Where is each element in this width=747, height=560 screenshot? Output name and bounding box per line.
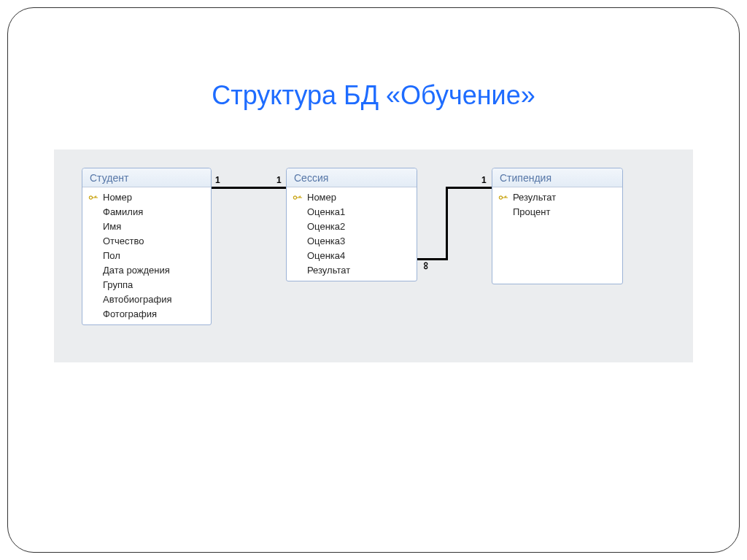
field-name: Оценка2 (307, 220, 345, 233)
field-name: Результат (513, 191, 556, 204)
key-slot-empty (293, 236, 303, 246)
key-icon (88, 192, 100, 204)
field-row[interactable]: Пол (82, 249, 211, 263)
table-student[interactable]: Студент НомерФамилияИмяОтчествоПолДата р… (82, 168, 212, 325)
key-slot-empty (88, 295, 98, 305)
relation-session-scholarship-seg2 (446, 187, 448, 260)
field-row[interactable]: Оценка1 (287, 205, 417, 219)
key-slot-empty (293, 207, 303, 217)
relation-session-scholarship-seg1 (417, 258, 448, 260)
field-name: Оценка4 (307, 249, 345, 262)
field-name: Отчество (103, 235, 144, 248)
key-slot-empty (88, 280, 98, 290)
table-fields: РезультатПроцент (492, 187, 622, 281)
table-header: Студент (82, 168, 211, 187)
field-row[interactable]: Номер (287, 190, 417, 205)
table-session[interactable]: Сессия НомерОценка1Оценка2Оценка3Оценка4… (286, 168, 417, 281)
field-name: Номер (307, 191, 336, 204)
field-name: Оценка3 (307, 235, 345, 248)
primary-key-icon (293, 192, 303, 203)
field-name: Результат (307, 264, 350, 277)
field-name: Имя (103, 220, 121, 233)
field-row[interactable]: Процент (492, 205, 622, 219)
field-name: Оценка1 (307, 206, 345, 219)
field-row[interactable]: Результат (287, 263, 417, 278)
field-name: Группа (103, 279, 133, 292)
primary-key-icon (88, 192, 98, 203)
field-row[interactable]: Оценка3 (287, 234, 417, 249)
field-row[interactable]: Оценка4 (287, 249, 417, 263)
field-name: Фамилия (103, 206, 143, 219)
table-header: Стипендия (492, 168, 622, 187)
field-name: Фотография (103, 308, 157, 321)
key-slot-empty (88, 236, 98, 246)
key-icon (498, 192, 510, 204)
field-row[interactable]: Группа (82, 278, 211, 292)
field-name: Пол (103, 249, 120, 262)
relation-label-left: 1 (215, 175, 220, 185)
table-fields: НомерОценка1Оценка2Оценка3Оценка4Результ… (287, 187, 417, 281)
key-icon (292, 192, 304, 204)
key-slot-empty (293, 222, 303, 232)
field-row[interactable]: Отчество (82, 234, 211, 249)
table-header: Сессия (287, 168, 417, 187)
field-row[interactable]: Результат (492, 190, 622, 205)
key-slot-empty (88, 207, 98, 217)
diagram-canvas: 1 1 ∞ 1 Студент НомерФамилияИмяОтчествоП… (54, 149, 693, 362)
field-row[interactable]: Имя (82, 219, 211, 234)
key-slot-empty (88, 222, 98, 232)
field-row[interactable]: Оценка2 (287, 219, 417, 234)
field-row[interactable]: Фотография (82, 307, 211, 322)
key-slot-empty (498, 207, 508, 217)
page-title: Структура БД «Обучение» (0, 80, 747, 111)
key-slot-empty (293, 265, 303, 276)
table-scholarship[interactable]: Стипендия РезультатПроцент (492, 168, 623, 284)
relation-label-right: 1 (276, 175, 282, 185)
field-row[interactable]: Дата рождения (82, 263, 211, 278)
field-row[interactable]: Автобиография (82, 292, 211, 307)
key-slot-empty (88, 309, 98, 319)
relation-label-one: 1 (481, 175, 487, 185)
relation-student-session (211, 187, 286, 189)
key-slot-empty (88, 251, 98, 261)
key-slot-empty (88, 265, 98, 276)
field-name: Дата рождения (103, 264, 170, 277)
field-name: Номер (103, 191, 132, 204)
key-slot-empty (293, 251, 303, 261)
field-name: Процент (513, 206, 550, 219)
field-row[interactable]: Фамилия (82, 205, 211, 219)
field-name: Автобиография (103, 293, 171, 306)
primary-key-icon (498, 192, 508, 203)
relation-label-inf: ∞ (419, 262, 431, 270)
relation-session-scholarship-seg3 (446, 187, 492, 189)
table-fields: НомерФамилияИмяОтчествоПолДата рожденияГ… (82, 187, 211, 324)
field-row[interactable]: Номер (82, 190, 211, 205)
